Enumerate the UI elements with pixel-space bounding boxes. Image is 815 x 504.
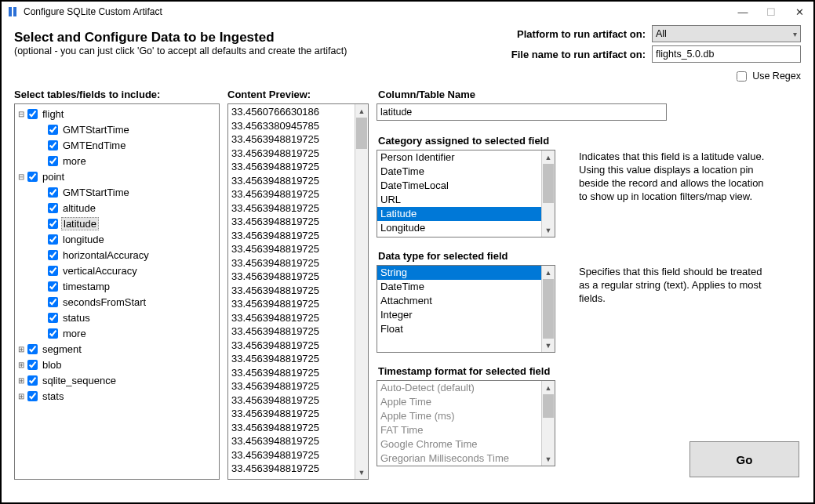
tree-checkbox[interactable] xyxy=(48,219,58,229)
tree-toggle-icon[interactable]: ⊞ xyxy=(16,361,26,369)
category-label: Category assigned to selected field xyxy=(378,135,801,147)
svg-rect-0 xyxy=(9,7,12,16)
list-item[interactable]: DateTimeLocal xyxy=(377,179,541,193)
tree-header: Select tables/fields to include: xyxy=(14,89,220,100)
tree-item[interactable]: ⊟point xyxy=(15,169,219,184)
tree-item-label: GMTStartTime xyxy=(60,187,132,198)
tree-item[interactable]: timestamp xyxy=(15,278,219,294)
scroll-up-icon[interactable]: ▲ xyxy=(542,381,555,394)
tree-toggle-icon[interactable]: ⊟ xyxy=(16,172,26,181)
scroll-up-icon[interactable]: ▲ xyxy=(542,150,555,164)
preview-scrollbar[interactable]: ▲ ▼ xyxy=(355,104,368,479)
scroll-down-icon[interactable]: ▼ xyxy=(542,452,555,466)
tree-item-label: more xyxy=(60,328,89,339)
tree-checkbox[interactable] xyxy=(48,281,58,292)
preview-header: Content Preview: xyxy=(227,89,369,100)
scroll-thumb[interactable] xyxy=(356,118,367,149)
tree-checkbox[interactable] xyxy=(48,187,58,198)
scroll-up-icon[interactable]: ▲ xyxy=(542,266,555,279)
tree-checkbox[interactable] xyxy=(48,250,58,260)
list-item[interactable]: Person Identifier xyxy=(377,150,541,165)
use-regex-checkbox[interactable] xyxy=(737,71,747,82)
column-name-input[interactable] xyxy=(377,103,667,121)
tree-item[interactable]: secondsFromStart xyxy=(15,294,219,310)
list-item[interactable]: DateTime xyxy=(377,165,541,179)
tree-item[interactable]: ⊞stats xyxy=(15,388,219,404)
tree-checkbox[interactable] xyxy=(27,109,38,119)
scroll-thumb[interactable] xyxy=(543,164,554,203)
tree-checkbox[interactable] xyxy=(48,328,58,339)
preview-row: 33.4563948819725 xyxy=(231,147,351,161)
go-button[interactable]: Go xyxy=(689,441,799,477)
close-button[interactable]: ✕ xyxy=(785,2,813,22)
list-item[interactable]: Attachment xyxy=(377,294,541,308)
tree-checkbox[interactable] xyxy=(48,266,58,276)
tree-toggle-icon[interactable]: ⊞ xyxy=(16,392,26,401)
preview-row: 33.4563948819725 xyxy=(231,352,351,366)
tree-item-label: segment xyxy=(40,343,84,355)
preview-row: 33.4563380945785 xyxy=(231,119,351,133)
tree-item[interactable]: ⊞blob xyxy=(15,357,219,372)
maximize-button[interactable]: ☐ xyxy=(757,2,785,22)
preview-row: 33.4563948819725 xyxy=(231,421,351,435)
list-item[interactable]: URL xyxy=(377,193,541,207)
tree-item[interactable]: status xyxy=(15,310,219,325)
tree-checkbox[interactable] xyxy=(48,140,58,150)
tree-item[interactable]: GMTEndTime xyxy=(15,137,219,153)
tree-item[interactable]: verticalAccuracy xyxy=(15,263,219,278)
scroll-thumb[interactable] xyxy=(543,394,554,418)
tree-item-label: flight xyxy=(40,108,66,120)
list-item[interactable]: String xyxy=(377,266,541,280)
list-item[interactable]: Latitude xyxy=(377,207,541,221)
filename-label: File name to run artifact on: xyxy=(511,49,646,60)
tree-item[interactable]: more xyxy=(15,153,219,169)
tree-checkbox[interactable] xyxy=(27,360,38,370)
tree-item[interactable]: GMTStartTime xyxy=(15,121,219,137)
preview-row: 33.4563948819725 xyxy=(231,311,351,325)
tree-item[interactable]: latitude xyxy=(15,216,219,231)
list-item[interactable]: Float xyxy=(377,322,541,336)
tree-item[interactable]: more xyxy=(15,325,219,341)
tree-toggle-icon[interactable]: ⊞ xyxy=(16,376,26,385)
tree-item[interactable]: longitude xyxy=(15,231,219,247)
tree-checkbox[interactable] xyxy=(27,172,38,182)
scroll-up-icon[interactable]: ▲ xyxy=(355,104,368,118)
tree-checkbox[interactable] xyxy=(48,234,58,245)
scroll-thumb[interactable] xyxy=(543,279,554,339)
list-item[interactable]: Longitude xyxy=(377,221,541,235)
preview-row: 33.4563948819725 xyxy=(231,339,351,353)
tree-item[interactable]: altitude xyxy=(15,200,219,216)
tree-checkbox[interactable] xyxy=(27,391,38,401)
category-listbox[interactable]: Person IdentifierDateTimeDateTimeLocalUR… xyxy=(377,150,555,237)
tree-toggle-icon[interactable]: ⊟ xyxy=(16,110,26,118)
timestamp-listbox[interactable]: Auto-Detect (default)Apple TimeApple Tim… xyxy=(377,380,555,466)
tree-checkbox[interactable] xyxy=(27,375,38,386)
platform-select[interactable]: All ▾ xyxy=(652,25,801,42)
tree-item[interactable]: horizontalAccuracy xyxy=(15,247,219,263)
tree-item[interactable]: ⊞segment xyxy=(15,341,219,357)
tree-checkbox[interactable] xyxy=(48,203,58,213)
tree-toggle-icon[interactable]: ⊞ xyxy=(16,345,26,354)
datatype-scrollbar[interactable]: ▲ ▼ xyxy=(541,266,555,352)
minimize-button[interactable]: — xyxy=(729,2,757,22)
tree-item[interactable]: GMTStartTime xyxy=(15,184,219,200)
tree-checkbox[interactable] xyxy=(27,344,38,354)
timestamp-scrollbar[interactable]: ▲ ▼ xyxy=(541,381,555,466)
tree-checkbox[interactable] xyxy=(48,313,58,323)
filename-input[interactable] xyxy=(652,45,801,63)
datatype-listbox[interactable]: StringDateTimeAttachmentIntegerFloat ▲ ▼ xyxy=(377,265,555,353)
field-tree[interactable]: ⊟flightGMTStartTimeGMTEndTimemore⊟pointG… xyxy=(14,103,220,480)
tree-checkbox[interactable] xyxy=(48,297,58,307)
preview-row: 33.4563948819725 xyxy=(231,242,351,256)
column-name-label: Column/Table Name xyxy=(378,89,801,100)
scroll-down-icon[interactable]: ▼ xyxy=(355,466,368,479)
scroll-down-icon[interactable]: ▼ xyxy=(542,339,555,352)
category-scrollbar[interactable]: ▲ ▼ xyxy=(541,150,555,237)
tree-checkbox[interactable] xyxy=(48,156,58,166)
tree-item[interactable]: ⊞sqlite_sequence xyxy=(15,372,219,388)
list-item[interactable]: Integer xyxy=(377,308,541,322)
tree-checkbox[interactable] xyxy=(48,125,58,135)
scroll-down-icon[interactable]: ▼ xyxy=(542,223,555,237)
tree-item[interactable]: ⊟flight xyxy=(15,106,219,121)
list-item[interactable]: DateTime xyxy=(377,280,541,294)
